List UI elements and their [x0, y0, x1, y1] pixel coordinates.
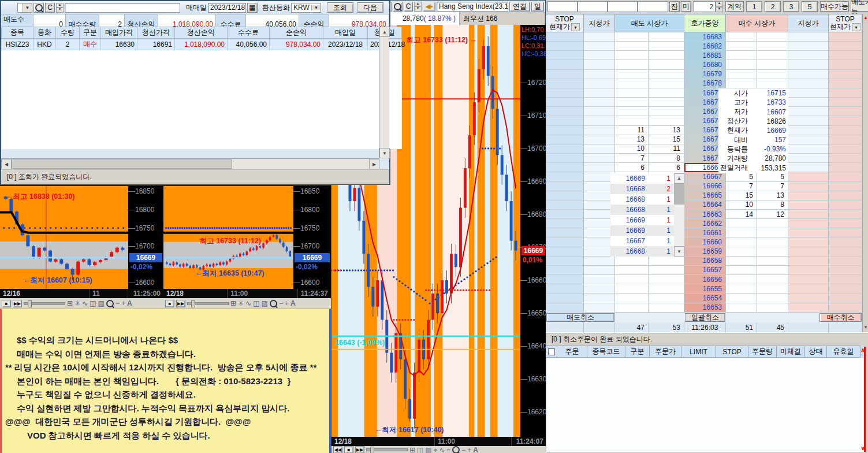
open-orders-body[interactable] [546, 358, 864, 452]
ladder-scroll-lane[interactable]: ▲ ▼ [862, 14, 868, 332]
stop-order-cell[interactable] [546, 172, 584, 181]
zoom-out-icon[interactable]: − [279, 299, 283, 307]
forward-button[interactable]: ▶▶ [13, 300, 22, 307]
limit-order-cell[interactable] [584, 98, 615, 107]
stop-order-cell[interactable] [546, 88, 584, 98]
stop-order-cell[interactable] [546, 303, 584, 313]
limit-order-cell[interactable] [584, 294, 615, 303]
forward-button[interactable]: ▶▶ [176, 300, 185, 307]
scroll-slider[interactable] [187, 302, 229, 305]
ladder-row[interactable]: 16662 [546, 219, 862, 228]
stop-order-cell[interactable] [546, 98, 584, 107]
limit-order-cell[interactable] [788, 107, 829, 116]
ladder-row[interactable]: 16677 [546, 88, 862, 98]
limit-order-cell[interactable] [788, 154, 829, 163]
unfilled-button[interactable]: 미 [681, 1, 691, 12]
limit-order-cell[interactable] [788, 51, 829, 60]
stop-order-cell[interactable] [546, 210, 584, 219]
zoom-in-icon[interactable]: + [121, 299, 125, 307]
tick-scrollbar[interactable] [674, 236, 684, 246]
buy-available-button[interactable]: 매수가능 [820, 1, 849, 12]
limit-order-cell[interactable] [788, 144, 829, 154]
ladder-row[interactable]: 101116671 [546, 144, 862, 154]
stop-order-cell[interactable] [546, 284, 584, 294]
stop-order-cell[interactable] [829, 182, 862, 191]
bid-price[interactable]: 16657 [684, 266, 726, 275]
ladder-row[interactable]: 1666677 [546, 182, 862, 191]
limit-order-cell[interactable] [788, 275, 829, 284]
order-field-3[interactable] [608, 1, 638, 12]
stop-order-cell[interactable] [829, 70, 862, 79]
bid-price[interactable]: 16666 [684, 182, 726, 191]
order-field-2[interactable] [578, 1, 608, 12]
stop-order-cell[interactable] [829, 228, 862, 237]
ladder-row[interactable]: 16664108 [546, 200, 862, 210]
pattern-icon[interactable]: ▨ [98, 299, 105, 307]
limit-order-cell[interactable] [584, 135, 615, 144]
stop-button[interactable]: ■ [344, 446, 353, 453]
limit-order-cell[interactable] [584, 266, 615, 275]
stop-order-cell[interactable] [829, 191, 862, 200]
next-button[interactable]: 다음 [357, 2, 383, 13]
limit-order-cell[interactable] [584, 284, 615, 294]
limit-order-cell[interactable] [584, 144, 615, 154]
zoom-icon[interactable] [452, 446, 460, 453]
limit-order-cell[interactable] [788, 98, 829, 107]
tick-scrollbar[interactable] [674, 215, 684, 225]
stop-order-cell[interactable] [829, 116, 862, 125]
stop-right-header[interactable]: STOP 현재가▼ [829, 14, 862, 32]
stop-order-cell[interactable] [546, 257, 584, 266]
qty-spinner[interactable]: ▲▼ [716, 1, 723, 12]
spinner-control[interactable]: ▲▼ [56, 3, 64, 13]
ladder-row[interactable]: 16674 [546, 116, 862, 125]
stop-button[interactable]: ■ [165, 300, 174, 307]
grid-icon[interactable]: ⊞ [230, 299, 236, 307]
limit-order-cell[interactable] [584, 51, 615, 60]
scroll-up-red-icon[interactable]: ∧ [860, 347, 865, 353]
qty-1-button[interactable]: 1 [746, 1, 762, 12]
sell-available-button[interactable]: 매도가능 [851, 1, 868, 12]
limit-order-cell[interactable] [788, 219, 829, 228]
table-vscrollbar[interactable]: ▲ ▼ [379, 27, 389, 158]
qty-2-button[interactable]: 2 [765, 1, 781, 12]
limit-order-cell[interactable] [788, 247, 829, 257]
wave-icon[interactable]: ∿ [82, 299, 88, 307]
stop-order-cell[interactable] [829, 144, 862, 154]
gear-icon[interactable]: ✳ [238, 299, 244, 307]
stop-order-cell[interactable] [546, 42, 584, 51]
compare-icon[interactable]: ≈ [447, 446, 451, 453]
scroll-slider[interactable] [366, 448, 408, 451]
stop-order-cell[interactable] [546, 191, 584, 200]
window-icon[interactable]: ◫ [417, 446, 423, 453]
trade-tick-list[interactable]: 166691▲166682166681166681166691166691166… [610, 173, 684, 257]
ladder-row[interactable]: 16654 [546, 294, 862, 303]
center-price-header[interactable]: 호가중앙 [684, 14, 726, 32]
limit-order-cell[interactable] [788, 32, 829, 42]
bid-price[interactable]: 16654 [684, 294, 726, 303]
ladder-row[interactable]: 16676 [546, 98, 862, 107]
limit-order-cell[interactable] [584, 32, 615, 42]
tick-scrollbar[interactable]: ▼ [674, 246, 684, 257]
refresh-button[interactable]: C [45, 3, 55, 13]
ladder-row[interactable]: 16655 [546, 284, 862, 294]
limit-order-cell[interactable] [788, 70, 829, 79]
chevron-down-icon[interactable]: ▼ [23, 3, 32, 12]
stop-order-cell[interactable] [829, 163, 862, 172]
refresh-button[interactable]: C [404, 2, 413, 12]
limit-order-cell[interactable] [788, 228, 829, 237]
stop-order-cell[interactable] [829, 98, 862, 107]
limit-order-cell[interactable] [788, 126, 829, 135]
chart2-plot[interactable]: 최고 16733 (11:12) →←최저 16635 (10:47) [163, 186, 293, 289]
stop-order-cell[interactable] [829, 107, 862, 116]
stop-order-cell[interactable] [546, 247, 584, 257]
limit-order-cell[interactable] [788, 266, 829, 275]
gear-icon[interactable]: ✳ [74, 299, 80, 307]
ladder-row[interactable]: 16675 [546, 107, 862, 116]
qty-3-button[interactable]: 3 [783, 1, 799, 12]
stop-order-cell[interactable] [829, 79, 862, 88]
spinner-control[interactable]: ▲▼ [414, 2, 422, 12]
stop-order-cell[interactable] [829, 32, 862, 42]
stop-order-cell[interactable] [829, 60, 862, 69]
limit-order-cell[interactable] [788, 88, 829, 98]
ladder-row[interactable]: 1666755 [546, 172, 862, 181]
